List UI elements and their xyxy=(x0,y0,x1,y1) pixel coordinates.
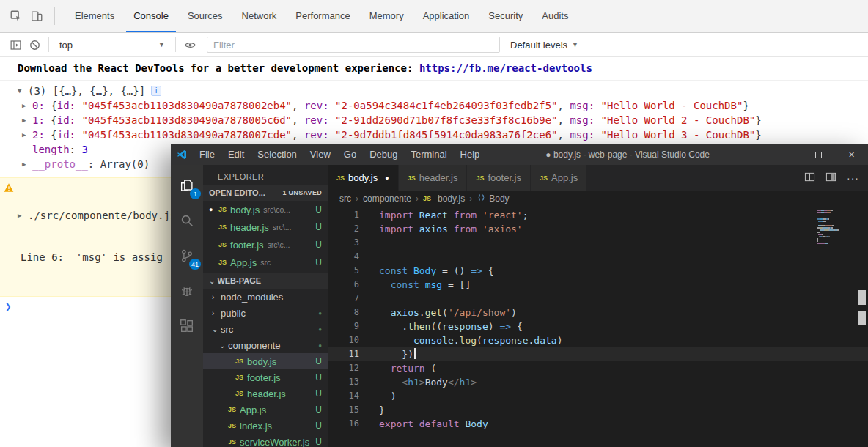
minimize-button[interactable] xyxy=(769,144,802,165)
tree-item-node_modules[interactable]: ›node_modules xyxy=(203,289,328,305)
breadcrumb-symbol[interactable]: Body xyxy=(477,193,509,204)
tree-item-public[interactable]: ›public● xyxy=(203,305,328,321)
tree-item-serviceWorker.js[interactable]: JSserviceWorker.jsU xyxy=(203,434,328,447)
tab-application[interactable]: Application xyxy=(416,0,477,32)
maximize-button[interactable] xyxy=(802,144,835,165)
close-button[interactable]: ✕ xyxy=(835,144,868,165)
tree-item-componente[interactable]: ⌄componente● xyxy=(203,337,328,353)
file-name: body.js xyxy=(230,204,260,215)
array-item-row-2[interactable]: ▶ 2: {id: 045f453acb1103d830490a7878007c… xyxy=(0,128,868,142)
menu-debug[interactable]: Debug xyxy=(363,144,404,165)
array-preview-row[interactable]: ▼ (3) [{…}, {…}, {…}] i xyxy=(0,84,868,98)
open-editors-header[interactable]: OPEN EDITO... 1 UNSAVED xyxy=(203,185,328,201)
menu-file[interactable]: File xyxy=(193,144,221,165)
editor-tab-footer.js[interactable]: JSfooter.js xyxy=(467,165,531,191)
code-line[interactable]: 13 <h1>Body</h1> xyxy=(328,375,868,389)
scrollbar-marker[interactable] xyxy=(858,311,866,325)
extensions-activity-button[interactable] xyxy=(171,309,203,344)
tab-network[interactable]: Network xyxy=(235,0,284,32)
tree-item-header.js[interactable]: JSheader.jsU xyxy=(203,385,328,402)
editor-tab-header.js[interactable]: JSheader.js xyxy=(399,165,468,191)
breadcrumb-componente[interactable]: componente xyxy=(363,193,411,204)
menu-edit[interactable]: Edit xyxy=(221,144,251,165)
git-status-badge: U xyxy=(311,356,322,366)
inspect-element-icon[interactable] xyxy=(6,6,26,26)
menu-selection[interactable]: Selection xyxy=(251,144,303,165)
code-line[interactable]: 9 .then((response) => { xyxy=(328,319,868,333)
menu-view[interactable]: View xyxy=(304,144,337,165)
expand-arrow-icon[interactable]: ▶ xyxy=(22,157,32,171)
array-item-row-0[interactable]: ▶ 0: {id: 045f453acb1103d830490a7878002e… xyxy=(0,98,868,113)
search-activity-button[interactable] xyxy=(171,203,203,238)
source-control-activity-button[interactable]: 41 xyxy=(171,238,203,273)
code-line[interactable]: 3 xyxy=(328,236,868,250)
code-line[interactable]: 8 axios.get('/api/show') xyxy=(328,306,868,319)
breadcrumb[interactable]: src › componente › JSbody.js › Body xyxy=(328,191,868,207)
tree-item-index.js[interactable]: JSindex.jsU xyxy=(203,418,328,434)
editor-tab-App.js[interactable]: JSApp.js xyxy=(531,165,587,191)
project-header[interactable]: ⌄ WEB-PAGE xyxy=(203,273,328,289)
vscode-titlebar[interactable]: FileEditSelectionViewGoDebugTerminalHelp… xyxy=(171,144,868,165)
expand-arrow-icon[interactable]: ▶ xyxy=(22,98,32,113)
code-line[interactable]: 6 const msg = [] xyxy=(328,278,868,292)
code-line[interactable]: 16export default Body xyxy=(328,417,868,431)
code-line[interactable]: 11 }) xyxy=(328,347,868,361)
tab-console[interactable]: Console xyxy=(126,0,176,32)
console-filter-input[interactable] xyxy=(207,37,500,53)
chevron-down-icon: ▼ xyxy=(158,41,165,48)
menu-help[interactable]: Help xyxy=(454,144,487,165)
expand-arrow-icon[interactable]: ▶ xyxy=(22,113,32,128)
tree-item-footer.js[interactable]: JSfooter.jsU xyxy=(203,369,328,385)
open-editor-body.js[interactable]: ●JSbody.jssrc\co...U xyxy=(203,201,328,218)
code-line[interactable]: 4 xyxy=(328,250,868,264)
expand-arrow-icon[interactable]: ▶ xyxy=(22,128,32,142)
console-sidebar-icon[interactable] xyxy=(6,35,25,54)
code-line[interactable]: 10 console.log(response.data) xyxy=(328,333,868,347)
js-file-icon: JS xyxy=(228,438,236,446)
code-line[interactable]: 1import React from 'react'; xyxy=(328,208,868,222)
explorer-activity-button[interactable]: 1 xyxy=(171,168,203,203)
tab-elements[interactable]: Elements xyxy=(67,0,122,32)
array-item-row-1[interactable]: ▶ 1: {id: 045f453acb1103d830490a7878005c… xyxy=(0,113,868,128)
open-editor-header.js[interactable]: JSheader.jssrc\...U xyxy=(203,218,328,236)
minimap-line xyxy=(817,227,855,229)
code-line[interactable]: 12 return ( xyxy=(328,361,868,375)
live-expression-eye-icon[interactable] xyxy=(180,35,199,54)
open-editor-footer.js[interactable]: JSfooter.jssrc\c...U xyxy=(203,236,328,254)
scrollbar-marker[interactable] xyxy=(858,290,866,305)
info-icon[interactable]: i xyxy=(151,86,161,96)
tree-item-src[interactable]: ⌄src● xyxy=(203,321,328,337)
device-toolbar-icon[interactable] xyxy=(26,6,47,26)
more-actions-icon[interactable]: ··· xyxy=(847,172,859,184)
collapse-arrow-icon[interactable]: ▼ xyxy=(18,84,28,98)
tab-memory[interactable]: Memory xyxy=(362,0,411,32)
expand-arrow-icon[interactable]: ▶ xyxy=(18,209,28,223)
open-editor-App.js[interactable]: JSApp.jssrcU xyxy=(203,254,328,271)
tab-performance[interactable]: Performance xyxy=(288,0,357,32)
code-line[interactable]: 2import axios from 'axios' xyxy=(328,222,868,236)
tab-audits[interactable]: Audits xyxy=(534,0,575,32)
tree-item-body.js[interactable]: JSbody.jsU xyxy=(203,353,328,369)
execution-context-selector[interactable]: top ▼ xyxy=(54,40,171,51)
debug-activity-button[interactable] xyxy=(171,273,203,309)
code-line[interactable]: 14 ) xyxy=(328,389,868,403)
clear-console-icon[interactable] xyxy=(25,35,44,54)
code-line[interactable]: 5const Body = () => { xyxy=(328,264,868,278)
menu-go[interactable]: Go xyxy=(337,144,363,165)
tab-sources[interactable]: Sources xyxy=(180,0,230,32)
js-file-icon: JS xyxy=(540,174,548,182)
split-editor-icon[interactable] xyxy=(804,171,815,185)
code-line[interactable]: 15} xyxy=(328,403,868,417)
menu-terminal[interactable]: Terminal xyxy=(404,144,453,165)
tree-item-App.js[interactable]: JSApp.jsU xyxy=(203,402,328,418)
breadcrumb-src[interactable]: src xyxy=(339,193,351,204)
code-editor[interactable]: 1import React from 'react';2import axios… xyxy=(328,207,868,447)
editor-tab-body.js[interactable]: JSbody.js● xyxy=(328,165,399,191)
code-line[interactable]: 7 xyxy=(328,292,868,306)
minimap[interactable] xyxy=(817,210,855,245)
breadcrumb-file[interactable]: JSbody.js xyxy=(423,193,465,204)
editor-layout-icon[interactable] xyxy=(825,171,836,185)
tab-security[interactable]: Security xyxy=(481,0,530,32)
log-levels-dropdown[interactable]: Default levels ▼ xyxy=(510,40,578,51)
react-devtools-link[interactable]: https://fb.me/react-devtools xyxy=(419,62,592,74)
